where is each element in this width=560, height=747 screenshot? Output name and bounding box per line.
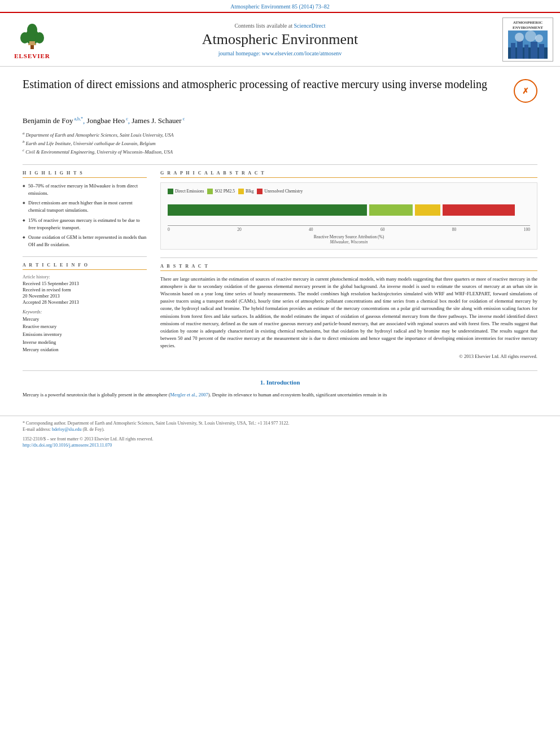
journal-center: Contents lists available at ScienceDirec…: [63, 23, 497, 56]
bar-segment-2: [369, 204, 413, 216]
email-suffix: (B. de Foy).: [82, 427, 104, 432]
legend-item-4: Unresolved Chemistry: [257, 189, 303, 194]
chart-location: Milwaukee, Wisconsin: [168, 239, 530, 244]
article-info-heading: A R T I C L E I N F O: [23, 263, 147, 270]
journal-citation: Atmospheric Environment 85 (2014) 73–82: [0, 0, 560, 12]
history-label: Article history:: [23, 274, 147, 279]
abstract-section: A B S T R A C T There are large uncertai…: [160, 264, 537, 359]
legend-color-1: [168, 189, 173, 194]
svg-rect-6: [29, 41, 35, 44]
svg-point-2: [20, 32, 29, 43]
revised-date: 20 November 2013: [23, 293, 147, 299]
affiliation-b: b Earth and Life Institute, Université c…: [23, 139, 537, 147]
highlight-item-1: 50–70% of reactive mercury in Milwaukee …: [23, 182, 147, 197]
highlight-item-2: Direct emissions are much higher than in…: [23, 199, 147, 214]
svg-rect-12: [531, 42, 537, 59]
email-line: E-mail address: bdefoy@slu.edu (B. de Fo…: [23, 427, 537, 432]
issn-line: 1352-2310/$ – see front matter © 2013 El…: [23, 436, 537, 442]
affiliations: a Department of Earth and Atmospheric Sc…: [23, 130, 537, 156]
keyword-1: Mercury: [23, 316, 147, 324]
abstract-divider: [160, 257, 537, 258]
email-label: E-mail address:: [23, 427, 51, 432]
left-column: H I G H L I G H T S 50–70% of reactive m…: [23, 171, 147, 359]
journal-homepage: journal homepage: www.elsevier.com/locat…: [63, 50, 497, 56]
author-2-name: Jongbae Heo: [87, 117, 125, 125]
section-divider: [23, 164, 537, 165]
chart-x-axis: 0 20 40 60 80 100: [168, 225, 530, 232]
keyword-3: Emissions inventory: [23, 331, 147, 339]
svg-point-16: [535, 34, 543, 42]
highlight-item-3: 15% of reactive gaseous mercury is estim…: [23, 217, 147, 231]
author-1-name: Benjamin de Foy: [23, 117, 73, 125]
copyright-line: © 2013 Elsevier Ltd. All rights reserved…: [160, 353, 537, 359]
keyword-2: Reactive mercury: [23, 323, 147, 331]
legend-label-2: SO2 PM2.5: [215, 189, 234, 194]
two-column-layout: H I G H L I G H T S 50–70% of reactive m…: [23, 171, 537, 359]
highlights-list: 50–70% of reactive mercury in Milwaukee …: [23, 182, 147, 248]
intro-text: Mercury is a powerful neurotoxin that is…: [23, 391, 537, 399]
received-revised-label: Received in revised form: [23, 287, 147, 292]
bar-segment-4: [443, 204, 515, 216]
legend-label-1: Direct Emissions: [175, 189, 204, 194]
author-3-name: James J. Schauer: [132, 117, 181, 125]
legend-item-1: Direct Emissions: [168, 189, 204, 194]
legend-label-3: Blkg: [246, 189, 254, 194]
crossmark-badge[interactable]: ✗: [514, 79, 537, 103]
article-info-section: A R T I C L E I N F O Article history: R…: [23, 263, 147, 354]
svg-rect-13: [539, 44, 544, 59]
doi-link[interactable]: http://dx.doi.org/10.1016/j.atmosenv.201…: [23, 443, 537, 448]
article-title-section: Estimation of direct emissions and atmos…: [23, 77, 537, 108]
bar-row: [168, 202, 530, 218]
journal-cover-image: [508, 30, 548, 59]
chart-bar-area: [168, 199, 530, 223]
highlight-item-4: Ozone oxidation of GEM is better represe…: [23, 234, 147, 248]
crossmark-icon: ✗: [522, 86, 529, 96]
legend-color-3: [238, 189, 244, 194]
page-footer: * Corresponding author. Department of Ea…: [0, 416, 560, 453]
intro-reference-link[interactable]: Mergler et al., 2007: [170, 392, 208, 397]
article-title: Estimation of direct emissions and atmos…: [23, 77, 506, 92]
affiliation-a: a Department of Earth and Atmospheric Sc…: [23, 130, 537, 139]
main-content: Estimation of direct emissions and atmos…: [0, 67, 560, 404]
introduction-section: 1. Introduction Mercury is a powerful ne…: [23, 370, 537, 399]
intro-heading: 1. Introduction: [23, 379, 537, 386]
svg-point-14: [515, 33, 524, 42]
graphical-abstract-heading: G R A P H I C A L A B S T R A C T: [160, 171, 537, 178]
chart-axis-area: 0 20 40 60 80 100: [168, 225, 530, 232]
keyword-4: Inverse modeling: [23, 339, 147, 347]
keyword-5: Mercury oxidation: [23, 346, 147, 354]
journal-title: Atmospheric Environment: [63, 31, 497, 48]
legend-item-2: SO2 PM2.5: [207, 189, 234, 194]
email-link[interactable]: bdefoy@slu.edu: [52, 427, 81, 432]
right-column: G R A P H I C A L A B S T R A C T Direct…: [160, 171, 537, 359]
elsevier-logo: ELSEVIER: [7, 20, 58, 59]
abstract-text: There are large uncertainties in the est…: [160, 276, 537, 350]
journal-logo-right: ATMOSPHERICENVIRONMENT: [502, 18, 553, 62]
citation-text: Atmospheric Environment 85 (2014) 73–82: [230, 3, 330, 10]
author-2-sup: c: [125, 116, 128, 121]
svg-point-3: [35, 32, 44, 43]
mid-divider: [23, 256, 147, 257]
bar-segment-1: [168, 204, 367, 216]
logo-title-text: ATMOSPHERICENVIRONMENT: [513, 20, 543, 30]
authors-line: Benjamin de Foy a,b,*, Jongbae Heo c, Ja…: [23, 116, 537, 125]
svg-rect-11: [524, 45, 528, 59]
legend-label-4: Unresolved Chemistry: [264, 189, 303, 194]
abstract-heading: A B S T R A C T: [160, 264, 537, 271]
highlights-heading: H I G H L I G H T S: [23, 171, 147, 178]
legend-color-4: [257, 189, 262, 194]
svg-rect-9: [511, 43, 515, 59]
sciencedirect-link[interactable]: ScienceDirect: [294, 23, 325, 29]
sciencedirect-line: Contents lists available at ScienceDirec…: [63, 23, 497, 29]
author-1-sup: a,b,*: [73, 116, 84, 121]
keywords-label: Keywords:: [23, 309, 147, 314]
chart-x-label: Reactive Mercury Source Attribution (%): [168, 234, 530, 239]
bar-segment-3: [415, 204, 440, 216]
received-date: Received 15 September 2013: [23, 281, 147, 286]
chart-legend: Direct Emissions SO2 PM2.5 Blkg Unr: [168, 189, 530, 194]
elsevier-label: ELSEVIER: [14, 53, 50, 59]
corresponding-note: * Corresponding author. Department of Ea…: [23, 421, 537, 426]
legend-item-3: Blkg: [238, 189, 254, 194]
svg-rect-10: [517, 41, 523, 59]
keywords-section: Keywords: Mercury Reactive mercury Emiss…: [23, 309, 147, 354]
